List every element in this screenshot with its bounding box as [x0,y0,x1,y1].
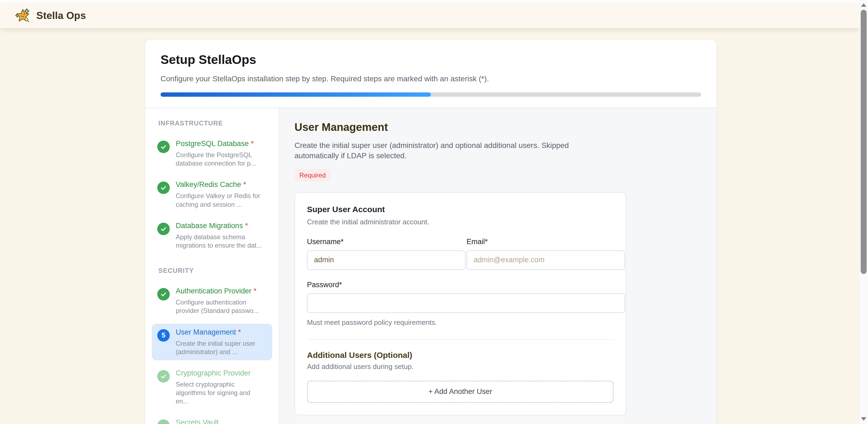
page-scrollbar[interactable] [859,0,868,424]
check-icon [157,141,170,153]
step-description: Configure the PostgreSQL database connec… [176,151,262,167]
sidebar-item-authentication-provider[interactable]: Authentication Provider* Configure authe… [152,283,272,319]
check-icon [157,223,170,235]
check-icon [157,370,170,383]
password-field[interactable] [307,293,625,313]
brand-name: Stella Ops [36,10,86,22]
username-field[interactable] [307,250,466,270]
step-title: Database Migrations [176,222,243,230]
scrollbar-down-arrow-icon[interactable] [861,417,866,421]
wizard-header: Setup StellaOps Configure your StellaOps… [145,40,716,108]
required-asterisk: * [243,181,246,189]
scrollbar-thumb[interactable] [861,10,867,274]
sidebar-item-valkey-redis-cache[interactable]: Valkey/Redis Cache* Configure Valkey or … [152,176,272,213]
check-icon [157,288,170,300]
step-title: PostgreSQL Database [176,139,249,148]
email-field[interactable] [467,250,625,270]
step-title: User Management [176,328,236,336]
step-title: Cryptographic Provider [176,369,251,377]
sidebar-section-security: SECURITY Authentication Provider* Config… [145,267,279,424]
password-help-text: Must meet password policy requirements. [307,318,625,327]
card-title: Super User Account [307,205,614,214]
step-description: Configure Valkey or Redis for caching an… [176,192,262,208]
step-title: Authentication Provider [176,287,251,295]
step-content: User Management Create the initial super… [279,108,716,424]
window-top-strip [0,0,868,3]
step-title: Secrets Vault [176,418,219,424]
required-asterisk: * [253,287,256,295]
required-badge: Required [294,169,331,182]
sidebar-item-user-management[interactable]: 5 User Management* Create the initial su… [152,324,272,360]
additional-users-subtitle: Add additional users during setup. [307,362,614,371]
check-icon [157,419,170,424]
page-title: Setup StellaOps [160,52,701,67]
steps-sidebar: INFRASTRUCTURE PostgreSQL Database* Conf… [145,108,279,424]
step-description: Configure authentication provider (Stand… [176,298,262,315]
password-block: Password* Must meet password policy requ… [307,281,625,327]
section-label: INFRASTRUCTURE [158,120,279,127]
page-subtitle: Configure your StellaOps installation st… [160,74,701,83]
sidebar-item-cryptographic-provider[interactable]: Cryptographic Provider Select cryptograp… [152,365,272,410]
step-description: Create the initial super user (administr… [176,339,262,356]
step-number-badge: 5 [157,329,170,341]
card-subtitle: Create the initial administrator account… [307,218,614,226]
password-label: Password* [307,281,625,289]
scrollbar-up-arrow-icon[interactable] [861,3,866,7]
additional-users-title: Additional Users (Optional) [307,351,614,360]
sidebar-section-infrastructure: INFRASTRUCTURE PostgreSQL Database* Conf… [145,120,279,254]
stella-ops-logo-icon [15,8,31,24]
username-label: Username* [307,238,466,246]
setup-progress-fill [160,92,431,97]
step-description-text: Create the initial super user (administr… [294,140,595,161]
sidebar-item-postgresql-database[interactable]: PostgreSQL Database* Configure the Postg… [152,135,272,172]
email-label: Email* [467,238,625,246]
step-heading: User Management [294,121,716,133]
username-email-row: Username* Email* [307,238,625,270]
sidebar-item-secrets-vault[interactable]: Secrets Vault Configure a secrets vault … [152,414,272,424]
required-asterisk: * [251,139,254,148]
required-asterisk: * [238,328,241,336]
required-asterisk: * [245,222,248,230]
card-divider [307,339,614,340]
step-description: Apply database schema migrations to ensu… [176,233,262,250]
app-header: Stella Ops [0,3,868,28]
step-description: Select cryptographic algorithms for sign… [176,380,262,405]
step-title: Valkey/Redis Cache [176,181,241,189]
brand[interactable]: Stella Ops [15,8,86,24]
add-another-user-button[interactable]: + Add Another User [307,381,614,403]
setup-wizard-container: Setup StellaOps Configure your StellaOps… [145,40,716,424]
super-user-card: Super User Account Create the initial ad… [294,192,626,415]
section-label: SECURITY [158,267,279,274]
sidebar-item-database-migrations[interactable]: Database Migrations* Apply database sche… [152,217,272,254]
setup-progress-bar [160,92,701,97]
check-icon [157,182,170,194]
